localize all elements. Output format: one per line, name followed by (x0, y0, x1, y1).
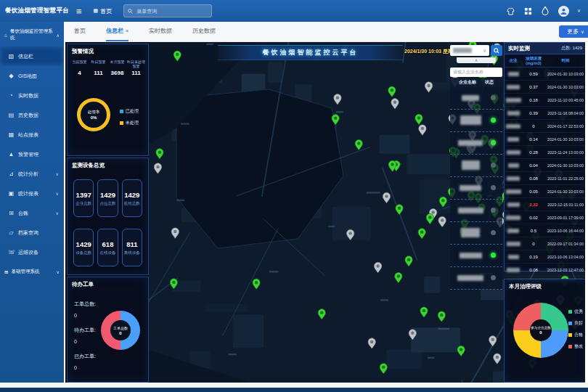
monitor-row[interactable]: 0.192023-10-06 13:04:00 (505, 250, 585, 264)
workorder-label: 已办工单: (74, 353, 107, 360)
monitor-row[interactable]: 0.082023-11-01 22:25:00 (505, 172, 585, 185)
monitor-row[interactable]: 0.182023-11-10 03:45:00 (505, 94, 585, 107)
concentration-value: 0.08 (522, 268, 545, 272)
sidebar-item[interactable]: ▲预警管理 (0, 144, 64, 164)
stats-icon: ⊿ (8, 171, 15, 177)
tab[interactable]: 信息栏× (106, 22, 128, 41)
more-button[interactable]: 更多 ∨ (559, 25, 588, 38)
enterprise-row[interactable] (450, 200, 502, 222)
sidebar-item[interactable]: ▣统计报表∨ (0, 184, 64, 203)
tab-bar: 首页信息栏×实时数据历史数据 更多 ∨ (64, 22, 588, 42)
monitor-row[interactable]: 0.142024-01-30 10:03:00 (505, 133, 585, 146)
chevron-down-icon: ∨ (56, 191, 59, 196)
sidebar-item[interactable]: ▧信息栏 (0, 46, 64, 66)
device-stat-box[interactable]: 1429设备总数 (73, 229, 94, 266)
sidebar-group-base[interactable]: ⊞ 基础管理系统 ∨ (0, 262, 64, 280)
enterprise-name-input[interactable] (450, 68, 502, 77)
close-tab-icon[interactable]: × (126, 28, 128, 33)
monitor-row[interactable]: 0.082023-12-03 12:47:00 (505, 264, 585, 277)
device-stat-box[interactable]: 1429机组总数 (122, 179, 142, 217)
chevron-down-icon[interactable]: ∨ (577, 8, 581, 14)
monitor-row[interactable]: 02022-09-17 01:34:00 (505, 237, 585, 250)
flame-icon[interactable] (541, 7, 550, 16)
legend-label: 优秀 (574, 309, 583, 315)
hamburger-menu-icon[interactable]: ≡ (76, 6, 82, 17)
history-icon: ▤ (8, 112, 15, 118)
device-stat-box[interactable]: 1429点位总数 (97, 179, 118, 217)
apps-grid-icon[interactable] (523, 7, 533, 16)
monitor-row[interactable]: 0.592024-01-30 10:03:00 (505, 68, 585, 81)
status-dot (491, 140, 496, 145)
device-icon: ☏ (8, 249, 15, 256)
workorder-label: 工单总数: (74, 301, 107, 308)
tab[interactable]: 实时数据 (149, 22, 172, 41)
concentration-value: 0.18 (522, 98, 545, 102)
sidebar-item[interactable]: ◔实时数据 (0, 86, 64, 105)
sidebar-item[interactable]: ⊿统计分析∨ (0, 164, 64, 184)
theme-skin-icon[interactable] (506, 7, 515, 16)
doc-icon: ▣ (8, 190, 15, 197)
workorder-donut: 工单总数 0 (101, 311, 140, 350)
redacted-enterprise-name (450, 95, 491, 101)
collapse-handle[interactable]: ∧ (457, 57, 496, 63)
enterprise-search-button[interactable] (491, 45, 502, 56)
monitor-row[interactable]: 02024-01-17 22:53:00 (505, 120, 585, 133)
sidebar-group-main[interactable]: ⌂ 餐饮油烟监控管理系统 ∧ (0, 22, 64, 46)
chevron-up-icon: ∧ (57, 33, 60, 38)
redacted-enterprise-name (505, 163, 522, 168)
sidebar-item[interactable]: ☏运维设备 (0, 242, 64, 262)
concentration-value: 2.22 (522, 203, 545, 207)
monitor-row[interactable]: 0.282023-11-24 13:00:00 (505, 146, 585, 159)
enterprise-row[interactable] (450, 245, 502, 267)
sidebar-item[interactable]: ⊞台账∨ (0, 203, 64, 223)
enterprise-row[interactable] (450, 177, 502, 200)
legend-swatch (568, 345, 572, 348)
sidebar-item[interactable]: ▦站点报表 (0, 125, 64, 144)
sidebar-item[interactable]: ◆GIS地图 (0, 66, 64, 86)
device-stat-value: 1429 (124, 191, 139, 199)
legend-label: 合格 (574, 332, 583, 338)
map-banner-title: 餐饮油烟智能监控云平台 (263, 48, 359, 57)
monitor-row[interactable]: 2.222023-12-15 01:11:00 (505, 198, 585, 211)
enterprise-row[interactable] (450, 110, 502, 132)
enterprise-row[interactable] (450, 132, 502, 155)
sidebar-item[interactable]: ▤历史数据 (0, 105, 64, 125)
breadcrumb[interactable]: ▦ 首页 (94, 7, 113, 15)
street-select[interactable]: ∨ (450, 45, 489, 56)
enterprise-row[interactable] (450, 87, 502, 110)
sidebar-item[interactable]: ▱档案查询 (0, 223, 64, 242)
record-time: 2024-01-17 22:53:00 (545, 124, 585, 128)
sidebar: ⌂ 餐饮油烟监控管理系统 ∧ ▧信息栏◆GIS地图◔实时数据▤历史数据▦站点报表… (0, 22, 64, 383)
legend-label: 已处理 (126, 108, 139, 115)
enterprise-row[interactable] (450, 155, 502, 177)
enterprise-row[interactable] (450, 267, 502, 290)
chart-icon: ▧ (8, 53, 15, 60)
tab[interactable]: 首页 (74, 22, 86, 41)
redacted-enterprise-name (505, 216, 522, 220)
user-avatar[interactable] (558, 6, 569, 17)
enterprise-row[interactable] (450, 222, 502, 245)
redacted-enterprise-name (505, 203, 522, 207)
device-stat-box[interactable]: 618在线设备 (97, 229, 118, 266)
device-stat-value: 618 (102, 240, 114, 248)
monitor-row[interactable]: 0.052024-01-30 10:03:00 (505, 185, 585, 198)
device-stat-box[interactable]: 1397企业总数 (73, 179, 94, 217)
device-stat-label: 设备总数 (75, 250, 91, 256)
col-status: 状态 (485, 79, 502, 86)
sidebar-menu: ▧信息栏◆GIS地图◔实时数据▤历史数据▦站点报表▲预警管理⊿统计分析∨▣统计报… (0, 46, 64, 262)
menu-search-box[interactable] (123, 4, 212, 17)
monitor-row[interactable]: 0.022023-09-01 17:39:00 (505, 211, 585, 224)
sidebar-item-label: 预警管理 (18, 151, 38, 158)
legend-swatch (120, 121, 123, 125)
tab[interactable]: 历史数据 (192, 22, 216, 41)
menu-search-input[interactable] (135, 8, 208, 15)
monitor-row[interactable]: 0.042024-01-30 10:03:00 (505, 159, 585, 172)
monitor-row[interactable]: 0.372024-01-30 10:03:00 (505, 81, 585, 94)
monitor-row[interactable]: 0.392023-11-16 08:04:00 (505, 107, 585, 120)
workorder-value: 0 (74, 313, 107, 318)
legend-swatch (568, 310, 572, 314)
chevron-down-icon: ∨ (57, 269, 60, 274)
legend-item: 整改 (568, 343, 583, 350)
monitor-row[interactable]: 0.52023-10-06 16:44:00 (505, 224, 585, 237)
device-stat-box[interactable]: 811离线设备 (122, 229, 142, 266)
